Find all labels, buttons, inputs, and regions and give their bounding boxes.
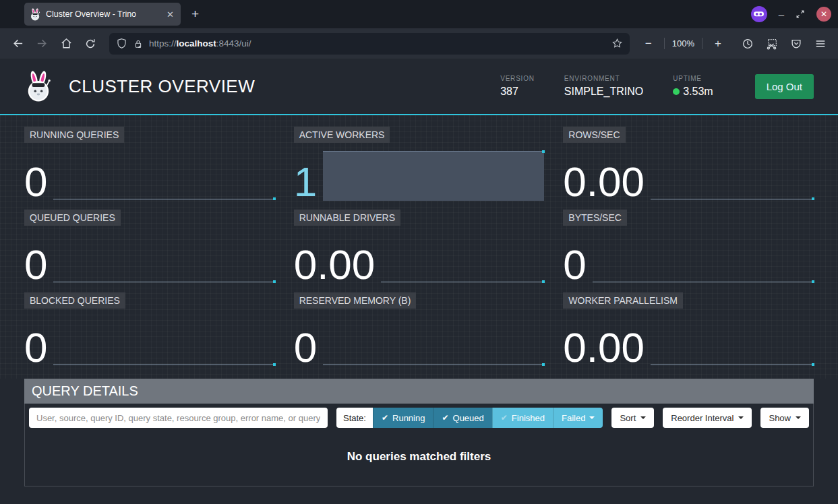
stat-card-value: 1 xyxy=(294,162,317,201)
sort-button[interactable]: Sort xyxy=(611,408,654,428)
reload-icon[interactable] xyxy=(80,33,101,55)
stat-card-value: 0 xyxy=(294,328,317,367)
screenshot-scissors-icon[interactable] xyxy=(761,33,783,55)
browser-tab[interactable]: Cluster Overview - Trino ✕ xyxy=(24,3,181,26)
query-details-body: State: ✔Running✔Queued✔FinishedFailed So… xyxy=(24,404,814,486)
stat-sparkline xyxy=(651,151,814,201)
home-icon[interactable] xyxy=(55,33,77,55)
stat-card-value: 0 xyxy=(563,245,586,284)
uptime-status-dot xyxy=(673,88,680,95)
shield-icon[interactable] xyxy=(116,38,127,49)
trino-favicon-icon xyxy=(30,8,41,21)
query-details-section: QUERY DETAILS State: ✔Running✔Queued✔Fin… xyxy=(24,379,814,486)
chevron-down-icon xyxy=(589,416,595,419)
query-filter-toolbar: State: ✔Running✔Queued✔FinishedFailed So… xyxy=(25,404,813,432)
stats-grid: RUNNING QUERIES 0 ACTIVE WORKERS 1 ROWS/… xyxy=(24,127,814,367)
state-filter-queued-button[interactable]: ✔Queued xyxy=(433,408,491,428)
window-close-button[interactable]: ✕ xyxy=(816,7,831,22)
logout-button[interactable]: Log Out xyxy=(755,74,814,99)
environment-label: ENVIRONMENT xyxy=(564,75,643,82)
uptime-label: UPTIME xyxy=(673,75,713,82)
stat-card-label: BYTES/SEC xyxy=(563,210,627,226)
trino-logo-icon xyxy=(24,70,54,102)
trino-cluster-overview-page: CLUSTER OVERVIEW VERSION 387 ENVIRONMENT… xyxy=(0,59,838,504)
version-label: VERSION xyxy=(500,75,535,82)
page-title: CLUSTER OVERVIEW xyxy=(69,76,255,97)
chevron-down-icon xyxy=(796,416,801,419)
chevron-down-icon xyxy=(738,416,744,419)
state-filter-finished-button[interactable]: ✔Finished xyxy=(492,408,553,428)
history-clock-icon[interactable] xyxy=(737,33,758,55)
check-icon: ✔ xyxy=(382,413,388,422)
zoom-level[interactable]: 100% xyxy=(669,38,697,49)
stat-card: RESERVED MEMORY (B) 0 xyxy=(294,292,545,367)
stat-card: RUNNING QUERIES 0 xyxy=(24,127,275,201)
state-filter-failed-button[interactable]: Failed xyxy=(553,408,603,428)
query-search-input[interactable] xyxy=(29,408,328,428)
empty-queries-message: No queries matched filters xyxy=(25,432,813,486)
query-details-header: QUERY DETAILS xyxy=(24,379,814,404)
stat-card-value: 0.00 xyxy=(294,245,376,284)
browser-toolbar: https://localhost:8443/ui/ − 100% + xyxy=(0,28,838,59)
stat-sparkline xyxy=(53,317,274,367)
stat-card-value: 0 xyxy=(24,328,47,367)
stat-sparkline xyxy=(53,151,274,201)
chevron-down-icon xyxy=(640,416,646,419)
separator xyxy=(702,38,702,49)
url-bar[interactable]: https://localhost:8443/ui/ xyxy=(109,33,630,55)
show-button[interactable]: Show xyxy=(760,408,809,428)
tab-title: Cluster Overview - Trino xyxy=(46,9,160,19)
stat-card-label: ACTIVE WORKERS xyxy=(294,127,390,143)
stat-sparkline xyxy=(323,317,544,367)
stat-card-label: RESERVED MEMORY (B) xyxy=(294,292,417,309)
tab-bar: Cluster Overview - Trino ✕ + – ✕ xyxy=(0,0,838,28)
separator xyxy=(664,38,665,49)
stat-card-value: 0.00 xyxy=(563,162,645,201)
zoom-in-button[interactable]: + xyxy=(707,33,729,55)
window-minimize-button[interactable]: – xyxy=(779,9,784,20)
stat-card-label: RUNNING QUERIES xyxy=(24,127,124,143)
version-value: 387 xyxy=(500,86,535,98)
stat-card: QUEUED QUERIES 0 xyxy=(24,210,275,284)
environment-block: ENVIRONMENT SIMPLE_TRINO xyxy=(564,75,643,98)
uptime-value: 3.53m xyxy=(673,86,713,98)
stat-sparkline xyxy=(381,234,544,284)
stat-card-value: 0.00 xyxy=(563,328,645,367)
pocket-icon[interactable] xyxy=(785,33,807,55)
tab-close-icon[interactable]: ✕ xyxy=(165,9,175,20)
stat-card-label: RUNNABLE DRIVERS xyxy=(294,210,400,226)
stat-card: BYTES/SEC 0 xyxy=(563,210,814,284)
stat-card-label: ROWS/SEC xyxy=(563,127,625,143)
window-restore-button[interactable] xyxy=(796,9,805,19)
version-block: VERSION 387 xyxy=(500,75,535,98)
new-tab-button[interactable]: + xyxy=(191,7,199,22)
stat-card-value: 0 xyxy=(24,162,47,201)
zoom-out-button[interactable]: − xyxy=(638,33,659,55)
stat-card: ACTIVE WORKERS 1 xyxy=(294,127,545,201)
reorder-interval-button[interactable]: Reorder Interval xyxy=(663,408,752,428)
stat-sparkline xyxy=(53,234,274,284)
stat-card: WORKER PARALLELISM 0.00 xyxy=(563,292,814,367)
state-filter-running-button[interactable]: ✔Running xyxy=(373,408,433,428)
stats-section: RUNNING QUERIES 0 ACTIVE WORKERS 1 ROWS/… xyxy=(0,115,838,379)
stat-card-label: WORKER PARALLELISM xyxy=(563,292,683,309)
environment-value: SIMPLE_TRINO xyxy=(564,86,643,98)
uptime-block: UPTIME 3.53m xyxy=(673,75,713,98)
check-icon: ✔ xyxy=(501,413,508,422)
stat-card: BLOCKED QUERIES 0 xyxy=(24,292,275,367)
state-label: State: xyxy=(336,408,373,428)
stat-card: RUNNABLE DRIVERS 0.00 xyxy=(294,210,545,284)
menu-hamburger-icon[interactable] xyxy=(810,33,831,55)
back-icon[interactable] xyxy=(7,33,28,55)
app-header: CLUSTER OVERVIEW VERSION 387 ENVIRONMENT… xyxy=(0,59,838,115)
stat-sparkline xyxy=(651,317,814,367)
url-text: https://localhost:8443/ui/ xyxy=(149,38,606,49)
lock-warning-icon[interactable] xyxy=(133,38,144,49)
stat-sparkline xyxy=(593,234,814,284)
stat-sparkline xyxy=(323,151,544,201)
check-icon: ✔ xyxy=(442,413,448,422)
stat-card-value: 0 xyxy=(24,245,47,284)
forward-icon[interactable] xyxy=(31,33,53,55)
state-button-group: State: ✔Running✔Queued✔FinishedFailed xyxy=(336,408,603,428)
bookmark-star-icon[interactable] xyxy=(611,38,623,49)
